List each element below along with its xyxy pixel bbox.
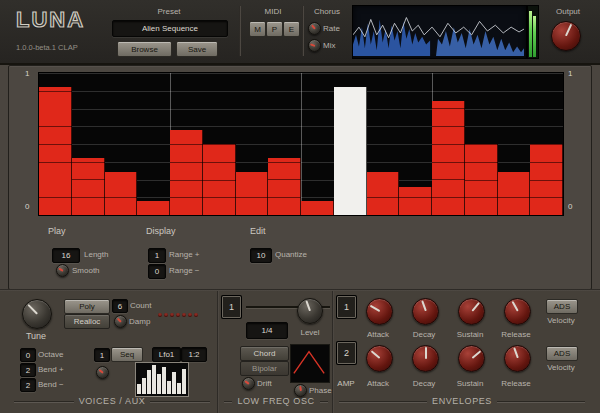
env2-decay-label: Decay (404, 379, 444, 388)
meter-bar-left (529, 11, 532, 57)
panel-divider (217, 291, 219, 413)
step-bar[interactable] (137, 201, 170, 215)
env1-attack-knob[interactable] (366, 298, 393, 325)
bend-up-label: Bend + (38, 365, 64, 374)
output-knob[interactable] (551, 21, 581, 51)
header-divider (239, 6, 241, 56)
scale-max-left: 1 (25, 69, 29, 78)
env1-sustain-label: Sustain (450, 330, 490, 339)
step-bar[interactable] (367, 172, 400, 215)
step-bar[interactable] (170, 130, 203, 215)
midi-e-button[interactable]: E (283, 21, 300, 37)
preset-selector[interactable]: Alien Sequence (112, 20, 228, 37)
lfo-level-label: Level (292, 328, 328, 337)
count-led (158, 313, 162, 317)
seq-button[interactable]: Seq (111, 347, 143, 362)
visualizer-graphic (353, 6, 524, 56)
step-bar[interactable] (498, 172, 531, 215)
header-bar: LUNA 1.0.0-beta.1 CLAP Preset Alien Sequ… (0, 0, 600, 65)
scale-min-right: 0 (568, 202, 572, 211)
poly-button[interactable]: Poly (64, 299, 110, 314)
chorus-rate-knob[interactable] (308, 22, 321, 35)
save-button[interactable]: Save (176, 41, 218, 57)
env2-attack-knob[interactable] (366, 345, 393, 372)
env2-sustain-knob[interactable] (458, 345, 485, 372)
range-plus-value[interactable]: 1 (148, 248, 166, 263)
step-bar[interactable] (105, 172, 138, 215)
voices-panel-title: VOICES / AUX (14, 396, 210, 406)
step-bar[interactable] (236, 172, 269, 215)
octave-value[interactable]: 0 (20, 348, 36, 362)
level-meter (527, 5, 539, 59)
step-bar-active[interactable] (334, 87, 367, 215)
logo: LUNA (16, 7, 85, 33)
lfo-rate-box[interactable]: 1/4 (246, 322, 288, 339)
plugin-window: LUNA 1.0.0-beta.1 CLAP Preset Alien Sequ… (0, 0, 600, 413)
damp-knob[interactable] (114, 315, 127, 328)
step-bar[interactable] (39, 87, 72, 215)
count-led (182, 313, 186, 317)
env1-sustain-knob[interactable] (458, 298, 485, 325)
env2-release-knob[interactable] (504, 345, 531, 372)
bend-up-value[interactable]: 2 (20, 363, 36, 377)
lfo-wave-display[interactable] (290, 344, 330, 383)
triangle-wave-icon (291, 345, 327, 380)
range-plus-label: Range + (169, 250, 199, 259)
midi-p-button[interactable]: P (266, 21, 283, 37)
count-led (164, 313, 168, 317)
env1-decay-knob[interactable] (412, 298, 439, 325)
lfo-level-knob[interactable] (297, 298, 323, 324)
step-bar[interactable] (530, 144, 563, 215)
output-label: Output (542, 7, 594, 16)
step-bar[interactable] (432, 101, 465, 215)
env2-attack-label: Attack (358, 379, 398, 388)
midi-m-button[interactable]: M (249, 21, 266, 37)
env2-decay-knob[interactable] (412, 345, 439, 372)
length-value[interactable]: 16 (52, 248, 80, 263)
env-tab-1[interactable]: 1 (337, 296, 356, 318)
step-bar[interactable] (399, 187, 432, 215)
env2-ads-button[interactable]: ADS (546, 346, 578, 361)
env1-attack-label: Attack (358, 330, 398, 339)
aux-wave-graphic (136, 363, 186, 394)
count-led (188, 313, 192, 317)
realloc-button[interactable]: Realloc (64, 314, 110, 329)
count-label: Count (130, 301, 151, 310)
step-bar[interactable] (203, 144, 236, 215)
lfo-select-box[interactable]: Lfo1 (152, 347, 181, 362)
midi-label: MIDI (246, 7, 300, 16)
envelopes-panel-title: ENVELOPES (339, 396, 585, 406)
preset-label: Preset (110, 7, 228, 16)
count-value[interactable]: 6 (112, 299, 128, 313)
drift-knob[interactable] (242, 377, 255, 390)
chorus-mix-knob[interactable] (308, 39, 321, 52)
env1-release-knob[interactable] (504, 298, 531, 325)
display-section-label: Display (146, 226, 176, 236)
seq-amount-knob[interactable] (96, 366, 109, 379)
panel-divider (332, 291, 334, 413)
aux-wave-display[interactable] (135, 362, 189, 397)
bend-down-label: Bend − (38, 380, 64, 389)
step-bar[interactable] (268, 158, 301, 215)
envelopes-title-text: ENVELOPES (432, 396, 492, 406)
ratio-box[interactable]: 1:2 (181, 347, 207, 362)
bend-down-value[interactable]: 2 (20, 378, 36, 392)
step-grid[interactable] (38, 72, 564, 216)
chord-button[interactable]: Chord (240, 346, 289, 361)
quantize-value[interactable]: 10 (250, 248, 272, 263)
browse-button[interactable]: Browse (117, 41, 172, 57)
range-minus-value[interactable]: 0 (148, 264, 166, 279)
drift-label: Drift (257, 379, 272, 388)
step-bar[interactable] (465, 144, 498, 215)
step-bar[interactable] (72, 158, 105, 215)
seq-number-value[interactable]: 1 (94, 348, 110, 362)
length-label: Length (84, 250, 108, 259)
env1-ads-button[interactable]: ADS (546, 299, 578, 314)
env-tab-2[interactable]: 2 (337, 342, 356, 364)
bipolar-button[interactable]: Bipolar (240, 361, 289, 376)
step-bar[interactable] (301, 201, 334, 215)
tune-knob[interactable] (22, 299, 52, 329)
count-led (170, 313, 174, 317)
lfo-tab-1[interactable]: 1 (222, 296, 241, 318)
smooth-knob[interactable] (56, 264, 69, 277)
